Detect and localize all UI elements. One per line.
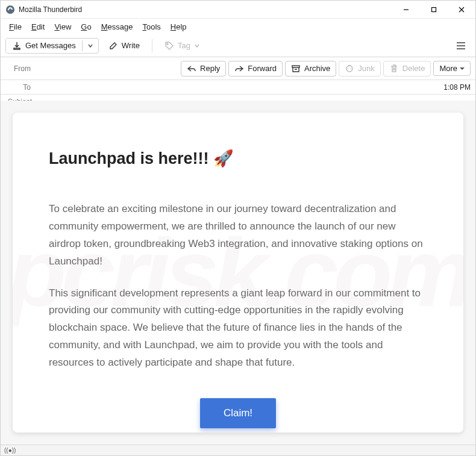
forward-button[interactable]: Forward xyxy=(228,61,283,77)
status-bar: ((●)) xyxy=(1,445,475,455)
tag-icon xyxy=(164,41,174,51)
svg-rect-9 xyxy=(292,66,299,67)
tag-label: Tag xyxy=(178,41,190,50)
svg-point-10 xyxy=(346,66,352,72)
archive-button[interactable]: Archive xyxy=(285,61,336,77)
pencil-icon xyxy=(108,41,118,51)
reply-label: Reply xyxy=(200,64,220,73)
junk-label: Junk xyxy=(358,64,374,73)
download-icon xyxy=(12,41,22,51)
forward-icon xyxy=(234,64,244,73)
menu-file[interactable]: File xyxy=(4,20,27,33)
svg-point-0 xyxy=(6,5,14,14)
chevron-down-icon xyxy=(460,67,465,70)
chevron-down-icon xyxy=(194,43,200,49)
delete-label: Delete xyxy=(402,64,425,73)
get-messages-dropdown[interactable] xyxy=(82,40,98,51)
svg-rect-2 xyxy=(432,7,436,11)
window-title: Mozilla Thunderbird xyxy=(19,5,392,14)
archive-icon xyxy=(291,64,301,73)
menu-bar: File Edit View Go Message Tools Help xyxy=(1,19,475,34)
email-paragraph-2: This significant development represents … xyxy=(49,285,427,372)
write-button[interactable]: Write xyxy=(102,38,146,54)
app-menu-button[interactable] xyxy=(451,37,471,54)
message-header-row: From Reply Forward Archive Junk Delete M… xyxy=(1,57,475,80)
thunderbird-app-icon xyxy=(5,5,15,14)
online-status-icon[interactable]: ((●)) xyxy=(4,447,16,454)
message-body-panel: pcrisk.com Launchpad is here!!! 🚀 To cel… xyxy=(1,101,475,445)
delete-button[interactable]: Delete xyxy=(383,61,431,77)
trash-icon xyxy=(389,64,399,73)
maximize-button[interactable] xyxy=(420,1,448,19)
from-label: From xyxy=(5,64,32,73)
menu-tools[interactable]: Tools xyxy=(137,20,165,33)
to-row: To 1:08 PM xyxy=(1,80,475,95)
get-messages-button[interactable]: Get Messages xyxy=(6,39,82,53)
junk-icon xyxy=(345,64,354,73)
reply-button[interactable]: Reply xyxy=(181,61,226,77)
forward-label: Forward xyxy=(248,64,277,73)
message-time: 1:08 PM xyxy=(443,83,471,92)
more-label: More xyxy=(439,64,457,73)
menu-view[interactable]: View xyxy=(49,20,76,33)
menu-help[interactable]: Help xyxy=(166,20,192,33)
email-paragraph-1: To celebrate an exciting milestone in ou… xyxy=(49,201,427,270)
tag-button[interactable]: Tag xyxy=(158,38,206,54)
window-controls xyxy=(392,1,475,19)
junk-button[interactable]: Junk xyxy=(339,61,380,77)
menu-message[interactable]: Message xyxy=(96,20,138,33)
to-label: To xyxy=(5,83,32,92)
minimize-button[interactable] xyxy=(392,1,420,19)
more-button[interactable]: More xyxy=(433,61,471,76)
email-heading: Launchpad is here!!! 🚀 xyxy=(49,149,427,168)
write-label: Write xyxy=(122,41,140,50)
reply-icon xyxy=(187,64,196,73)
svg-point-5 xyxy=(167,43,168,45)
claim-button[interactable]: Claim! xyxy=(200,398,276,428)
email-card: pcrisk.com Launchpad is here!!! 🚀 To cel… xyxy=(13,113,463,433)
menu-go[interactable]: Go xyxy=(76,20,96,33)
title-bar: Mozilla Thunderbird xyxy=(1,1,475,19)
close-button[interactable] xyxy=(448,1,475,19)
menu-edit[interactable]: Edit xyxy=(27,20,49,33)
toolbar-separator xyxy=(152,39,152,52)
get-messages-split: Get Messages xyxy=(5,38,99,54)
get-messages-label: Get Messages xyxy=(25,41,76,50)
archive-label: Archive xyxy=(304,64,330,73)
toolbar: Get Messages Write Tag xyxy=(1,34,475,57)
